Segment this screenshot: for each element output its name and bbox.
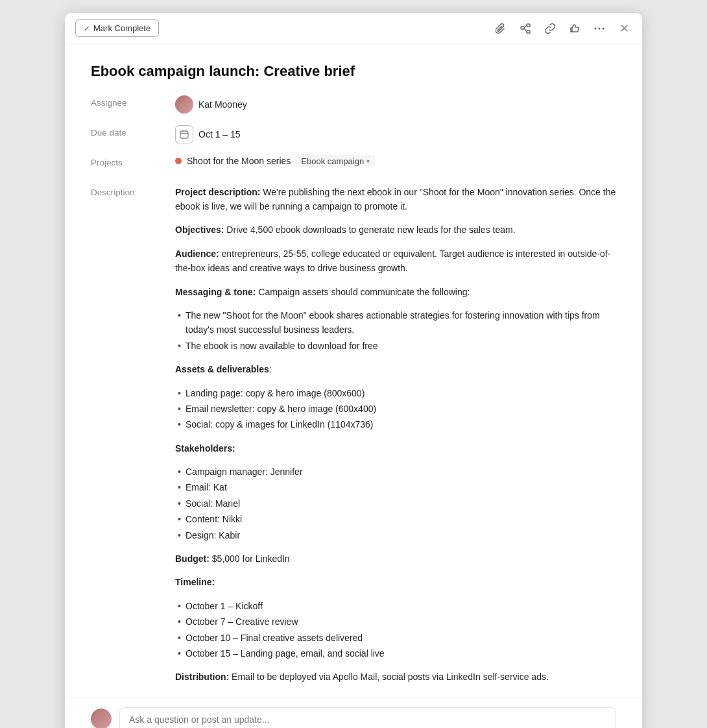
task-modal: ✓ Mark Complete	[65, 13, 642, 728]
list-item: October 10 – Final creative assets deliv…	[175, 631, 616, 645]
list-item: Campaign manager: Jennifer	[175, 465, 616, 479]
projects-value: Shoot for the Moon series Ebook campaign…	[175, 155, 616, 167]
avatar	[175, 95, 193, 114]
desc-budget-text: $5,000 for LinkedIn	[210, 553, 290, 564]
svg-rect-0	[521, 27, 524, 29]
toolbar: ✓ Mark Complete	[65, 13, 642, 44]
link-icon[interactable]	[542, 21, 558, 36]
desc-stakeholders-bold: Stakeholders:	[175, 443, 235, 454]
svg-line-3	[524, 25, 527, 28]
assets-list: Landing page: copy & hero image (800x600…	[175, 386, 616, 432]
svg-rect-2	[527, 30, 530, 33]
timeline-list: October 1 – Kickoff October 7 – Creative…	[175, 599, 616, 661]
project-tag[interactable]: Ebook campaign ▾	[296, 155, 375, 167]
desc-messaging: Messaging & tone: Campaign assets should…	[175, 285, 616, 299]
desc-objectives-bold: Objectives:	[175, 224, 224, 235]
comment-box: @	[119, 707, 616, 728]
svg-rect-1	[527, 24, 530, 27]
comment-avatar	[91, 709, 112, 728]
list-item: Content: Nikki	[175, 512, 616, 526]
list-item: Social: Mariel	[175, 496, 616, 511]
attachment-icon[interactable]	[493, 21, 509, 36]
list-item: Email: Kat	[175, 480, 616, 494]
assignee-row: Assignee Kat Mooney	[91, 95, 616, 116]
close-icon[interactable]: ✕	[616, 21, 632, 36]
desc-assets-bold: Assets & deliverables	[175, 364, 269, 374]
desc-audience-text: entrepreneurs, 25-55, college educated o…	[175, 249, 610, 273]
desc-objectives-text: Drive 4,500 ebook downloads to generate …	[224, 224, 515, 235]
projects-label: Projects	[91, 155, 175, 167]
desc-assets-colon: :	[269, 364, 272, 374]
desc-project-bold: Project description:	[175, 187, 260, 197]
svg-rect-8	[180, 131, 188, 138]
share-icon[interactable]	[518, 21, 533, 36]
desc-timeline-bold: Timeline:	[175, 577, 215, 587]
calendar-icon	[175, 125, 193, 143]
list-item: Design: Kabir	[175, 528, 616, 542]
messaging-list: The new "Shoot for the Moon" ebook share…	[175, 308, 616, 353]
desc-messaging-bold: Messaging & tone:	[175, 287, 256, 297]
description-content: Project description: We're publishing th…	[175, 185, 616, 685]
svg-point-5	[595, 27, 597, 29]
project-tag-label: Ebook campaign	[301, 156, 364, 166]
projects-row: Projects Shoot for the Moon series Ebook…	[91, 155, 616, 176]
list-item: October 7 – Creative review	[175, 614, 616, 629]
desc-stakeholders: Stakeholders:	[175, 441, 616, 455]
list-item: The ebook is now available to download f…	[175, 339, 616, 353]
due-date-label: Due date	[91, 125, 175, 138]
assignee-label: Assignee	[91, 95, 175, 108]
stakeholders-list: Campaign manager: Jennifer Email: Kat So…	[175, 465, 616, 542]
list-item: Social: copy & images for LinkedIn (1104…	[175, 417, 616, 431]
like-icon[interactable]	[567, 21, 582, 36]
description-row: Description Project description: We're p…	[91, 185, 616, 685]
desc-timeline: Timeline:	[175, 575, 616, 589]
desc-project: Project description: We're publishing th…	[175, 185, 616, 214]
assignee-value[interactable]: Kat Mooney	[175, 95, 616, 114]
svg-line-4	[524, 28, 527, 32]
project-name[interactable]: Shoot for the Moon series	[187, 156, 291, 166]
svg-point-7	[603, 27, 605, 29]
list-item: Email newsletter: copy & hero image (600…	[175, 402, 616, 416]
desc-messaging-text: Campaign assets should communicate the f…	[256, 287, 470, 297]
more-icon[interactable]	[592, 21, 607, 36]
task-content: Ebook campaign launch: Creative brief As…	[65, 44, 642, 698]
list-item: October 1 – Kickoff	[175, 599, 616, 613]
description-label: Description	[91, 185, 175, 197]
desc-audience: Audience: entrepreneurs, 25-55, college …	[175, 247, 616, 276]
mark-complete-button[interactable]: ✓ Mark Complete	[75, 19, 159, 37]
due-date-text: Oct 1 – 15	[198, 129, 241, 140]
desc-budget: Budget: $5,000 for LinkedIn	[175, 552, 616, 566]
list-item: The new "Shoot for the Moon" ebook share…	[175, 308, 616, 337]
mark-complete-label: Mark Complete	[93, 23, 150, 33]
project-dot	[175, 158, 182, 164]
assignee-name: Kat Mooney	[198, 99, 247, 110]
desc-budget-bold: Budget:	[175, 553, 210, 564]
desc-distribution-text: Email to be deployed via Apollo Mail, so…	[229, 672, 549, 682]
list-item: Landing page: copy & hero image (800x600…	[175, 386, 616, 400]
comment-input[interactable]	[120, 708, 616, 728]
toolbar-icons: ✕	[493, 21, 632, 36]
checkmark-icon: ✓	[84, 24, 90, 33]
desc-assets: Assets & deliverables:	[175, 362, 616, 376]
chevron-down-icon: ▾	[366, 158, 370, 165]
list-item: October 15 – Landing page, email, and so…	[175, 646, 616, 661]
svg-point-6	[599, 27, 601, 29]
desc-distribution-bold: Distribution:	[175, 672, 229, 682]
desc-objectives: Objectives: Drive 4,500 ebook downloads …	[175, 223, 616, 237]
due-date-value[interactable]: Oct 1 – 15	[175, 125, 616, 143]
desc-distribution: Distribution: Email to be deployed via A…	[175, 670, 616, 684]
desc-audience-bold: Audience:	[175, 249, 219, 259]
comment-section: @	[65, 698, 642, 728]
due-date-row: Due date Oct 1 – 15	[91, 125, 616, 146]
task-title: Ebook campaign launch: Creative brief	[91, 62, 616, 81]
